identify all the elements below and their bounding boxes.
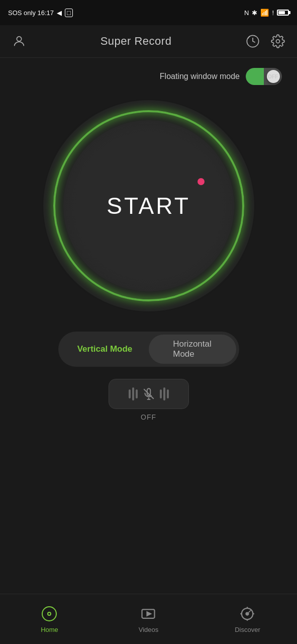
start-button-area: START bbox=[43, 100, 254, 311]
vertical-mode-label: Vertical Mode bbox=[77, 344, 133, 354]
audio-bar-3 bbox=[136, 389, 138, 398]
battery-icon bbox=[277, 10, 289, 16]
audio-bar-5 bbox=[163, 387, 165, 400]
start-label: START bbox=[107, 192, 190, 219]
nav-bar: Super Record bbox=[0, 25, 297, 58]
home-dot-icon bbox=[47, 612, 51, 616]
toggle-off-label: OFF bbox=[268, 74, 278, 79]
home-tab-icon bbox=[40, 605, 58, 623]
audio-toggle-button[interactable] bbox=[109, 379, 189, 409]
svg-point-1 bbox=[276, 40, 280, 43]
home-tab-label: Home bbox=[41, 626, 58, 633]
settings-button[interactable] bbox=[269, 32, 287, 50]
tab-home[interactable]: Home bbox=[1, 605, 98, 633]
mode-selector: Vertical Mode HorizontalMode bbox=[58, 332, 239, 367]
floating-mode-label: Floating window mode bbox=[160, 72, 240, 81]
signal-warning-icon: ! bbox=[272, 9, 274, 17]
mic-off-icon bbox=[142, 387, 156, 401]
status-bar-left: SOS only 16:17 ◀ □ bbox=[8, 9, 73, 17]
audio-bar-2 bbox=[132, 387, 134, 400]
main-content: Floating window mode OFF START Vertical … bbox=[0, 58, 297, 431]
svg-point-0 bbox=[17, 37, 21, 41]
start-button[interactable]: START bbox=[63, 120, 234, 291]
audio-bar-6 bbox=[167, 389, 169, 398]
sos-label: SOS only 16:17 bbox=[8, 9, 54, 17]
tab-bar: Home Videos Discover bbox=[0, 594, 297, 644]
home-circle-icon bbox=[42, 606, 57, 621]
videos-tab-label: Videos bbox=[139, 626, 159, 633]
history-button[interactable] bbox=[244, 32, 262, 50]
horizontal-mode-label: HorizontalMode bbox=[173, 339, 212, 359]
audio-off-label: OFF bbox=[141, 413, 156, 421]
svg-line-14 bbox=[249, 610, 251, 613]
wifi-icon: 📶 bbox=[260, 9, 269, 17]
audio-bar-1 bbox=[129, 389, 131, 398]
profile-button[interactable] bbox=[10, 32, 28, 50]
svg-point-13 bbox=[246, 613, 249, 615]
toggle-track bbox=[246, 68, 264, 85]
videos-tab-icon bbox=[139, 605, 157, 623]
red-dot bbox=[197, 178, 205, 185]
audio-bars-right bbox=[160, 387, 169, 400]
discover-tab-label: Discover bbox=[235, 626, 260, 633]
bluetooth-icon: ✱ bbox=[252, 9, 257, 17]
nav-title: Super Record bbox=[101, 35, 172, 48]
nfc-icon: N bbox=[244, 9, 249, 17]
audio-bars-left bbox=[129, 387, 138, 400]
location-icon: ◀ bbox=[57, 9, 62, 17]
svg-marker-7 bbox=[147, 612, 151, 616]
horizontal-mode-button[interactable]: HorizontalMode bbox=[149, 335, 236, 364]
floating-mode-toggle[interactable]: OFF bbox=[246, 68, 282, 85]
sim-icon: □ bbox=[65, 9, 73, 17]
tab-discover[interactable]: Discover bbox=[199, 605, 296, 633]
status-bar-right: N ✱ 📶 ! bbox=[244, 9, 289, 17]
status-bar: SOS only 16:17 ◀ □ N ✱ 📶 ! bbox=[0, 0, 297, 25]
discover-tab-icon bbox=[238, 605, 256, 623]
audio-button-container: OFF bbox=[109, 379, 189, 421]
floating-mode-row: Floating window mode OFF bbox=[0, 68, 297, 85]
vertical-mode-button[interactable]: Vertical Mode bbox=[61, 335, 149, 364]
audio-bar-4 bbox=[160, 389, 162, 398]
tab-videos[interactable]: Videos bbox=[100, 605, 197, 633]
